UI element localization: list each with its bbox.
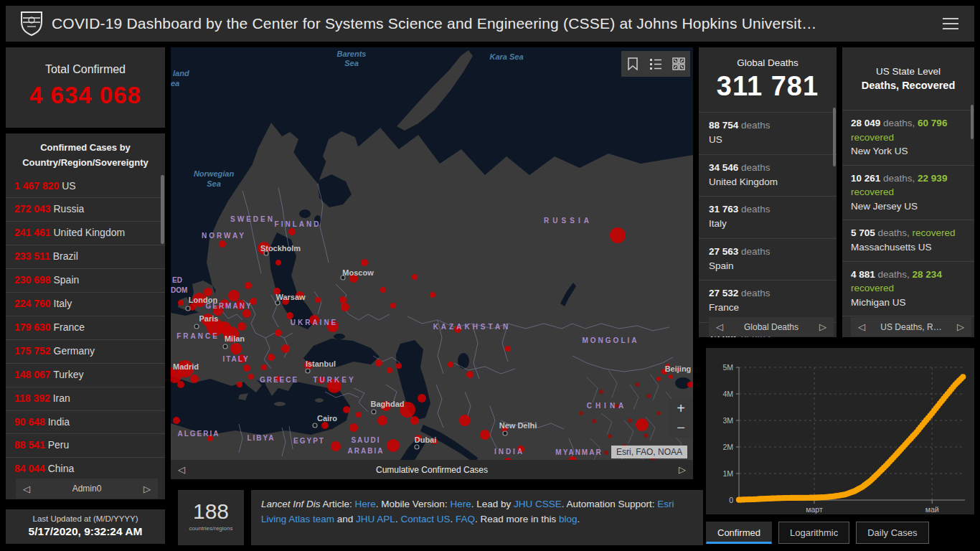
global-death-row[interactable]: 88 754 deathsUS	[699, 112, 837, 154]
hamburger-menu-icon[interactable]	[940, 11, 961, 36]
country-row[interactable]: 175 752 Germany	[6, 339, 165, 363]
pager-next-icon[interactable]: ▷	[136, 484, 158, 494]
pager-prev-icon[interactable]: ◁	[16, 484, 37, 494]
case-cluster-dot[interactable]	[361, 259, 368, 266]
world-map[interactable]: BarentsSeaKara SealandeaNorwegianSeaNORW…	[171, 47, 693, 479]
case-cluster-dot[interactable]	[268, 354, 275, 361]
case-cluster-dot[interactable]	[505, 346, 511, 352]
cumulative-cases-chart[interactable]: 01M2M3M4M5Mмартмай	[706, 348, 974, 514]
global-deaths-scrollbar[interactable]	[833, 108, 836, 166]
case-cluster-dot[interactable]	[375, 359, 382, 367]
link-blog[interactable]: blog	[559, 514, 578, 524]
country-row[interactable]: 272 043 Russia	[6, 197, 165, 221]
country-row[interactable]: 233 511 Brazil	[6, 245, 165, 268]
country-row[interactable]: 179 630 France	[6, 316, 165, 339]
case-cluster-dot[interactable]	[592, 419, 596, 423]
case-cluster-dot[interactable]	[177, 381, 184, 388]
case-cluster-dot[interactable]	[356, 412, 362, 418]
chart-tab-logarithmic[interactable]: Logarithmic	[778, 522, 849, 544]
link-here[interactable]: Here	[450, 499, 471, 509]
us-state-scrollbar[interactable]	[971, 105, 974, 139]
global-death-row[interactable]: 27 563 deathsSpain	[699, 238, 837, 281]
case-cluster-dot[interactable]	[230, 343, 242, 354]
us-state-row[interactable]: 5 705 deaths, recoveredMassachusetts US	[842, 220, 974, 260]
case-cluster-dot[interactable]	[387, 439, 400, 452]
pager-prev-icon[interactable]: ◁	[851, 321, 872, 332]
link-jhu-csse[interactable]: JHU CSSE	[514, 499, 562, 509]
country-list-scrollbar[interactable]	[161, 175, 164, 244]
bookmark-icon[interactable]	[621, 51, 644, 77]
case-cluster-dot[interactable]	[396, 363, 402, 369]
case-cluster-dot[interactable]	[480, 430, 490, 440]
case-cluster-dot[interactable]	[604, 451, 608, 455]
global-death-row[interactable]: 34 546 deathsUnited Kingdom	[699, 154, 837, 197]
case-cluster-dot[interactable]	[173, 417, 180, 424]
case-cluster-dot[interactable]	[349, 423, 358, 432]
country-row[interactable]: 90 648 India	[6, 410, 165, 434]
chart-data-point[interactable]	[960, 374, 966, 380]
case-cluster-dot[interactable]	[687, 382, 693, 387]
case-cluster-dot[interactable]	[331, 441, 341, 451]
country-row[interactable]: 224 760 Italy	[6, 292, 165, 316]
case-cluster-dot[interactable]	[656, 377, 661, 381]
case-cluster-dot[interactable]	[261, 364, 267, 370]
case-cluster-dot[interactable]	[669, 375, 673, 379]
case-cluster-dot[interactable]	[275, 260, 281, 265]
case-cluster-dot[interactable]	[610, 227, 626, 243]
case-cluster-dot[interactable]	[245, 282, 252, 289]
basemap-grid-icon[interactable]	[667, 51, 690, 77]
case-cluster-dot[interactable]	[190, 375, 199, 383]
case-cluster-dot[interactable]	[339, 296, 347, 303]
country-row[interactable]: 118 392 Iran	[6, 387, 165, 410]
case-cluster-dot[interactable]	[418, 394, 426, 402]
case-cluster-dot[interactable]	[237, 322, 246, 331]
map-attribution[interactable]: Esri, FAO, NOAA	[611, 446, 687, 458]
case-cluster-dot[interactable]	[608, 434, 612, 438]
case-cluster-dot[interactable]	[343, 406, 350, 413]
pager-next-icon[interactable]: ▷	[672, 464, 693, 475]
case-cluster-dot[interactable]	[275, 329, 282, 336]
link-here[interactable]: Here	[355, 499, 376, 509]
case-cluster-dot[interactable]	[248, 374, 254, 380]
pager-next-icon[interactable]: ▷	[812, 321, 834, 332]
pager-prev-icon[interactable]: ◁	[709, 321, 730, 332]
us-state-row[interactable]: 10 261 deaths, 22 939 recoveredNew Jerse…	[842, 165, 974, 220]
country-row[interactable]: 84 044 China	[6, 457, 165, 481]
case-cluster-dot[interactable]	[412, 274, 418, 280]
pager-prev-icon[interactable]: ◁	[171, 464, 192, 475]
case-cluster-dot[interactable]	[387, 367, 392, 373]
case-cluster-dot[interactable]	[315, 297, 321, 303]
case-cluster-dot[interactable]	[466, 371, 473, 378]
pager-next-icon[interactable]: ▷	[950, 321, 971, 332]
link-contact-us[interactable]: Contact US	[400, 514, 450, 524]
country-row[interactable]: 230 698 Spain	[6, 268, 165, 292]
chart-tab-daily-cases[interactable]: Daily Cases	[856, 522, 928, 544]
case-cluster-dot[interactable]	[228, 290, 240, 301]
case-cluster-dot[interactable]	[430, 292, 435, 298]
case-cluster-dot[interactable]	[321, 422, 329, 429]
case-cluster-dot[interactable]	[243, 364, 250, 372]
case-cluster-dot[interactable]	[390, 303, 396, 309]
case-cluster-dot[interactable]	[410, 416, 419, 425]
case-cluster-dot[interactable]	[636, 418, 649, 431]
case-cluster-dot[interactable]	[644, 433, 648, 438]
case-cluster-dot[interactable]	[646, 394, 651, 398]
global-death-row[interactable]: 27 532 deathsFrance	[699, 280, 837, 322]
link-faq[interactable]: FAQ	[456, 514, 475, 524]
case-cluster-dot[interactable]	[635, 382, 639, 387]
case-cluster-dot[interactable]	[178, 300, 184, 306]
case-cluster-dot[interactable]	[656, 411, 661, 415]
case-cluster-dot[interactable]	[281, 344, 290, 353]
link-jhu-apl[interactable]: JHU APL	[356, 514, 395, 524]
case-cluster-dot[interactable]	[628, 418, 632, 423]
chart-tab-confirmed[interactable]: Confirmed	[706, 522, 772, 544]
case-cluster-dot[interactable]	[377, 415, 387, 425]
case-cluster-dot[interactable]	[599, 390, 603, 394]
case-cluster-dot[interactable]	[579, 411, 583, 415]
case-cluster-dot[interactable]	[380, 287, 386, 293]
country-row[interactable]: 241 461 United Kingdom	[6, 221, 165, 245]
legend-list-icon[interactable]	[644, 51, 667, 77]
case-cluster-dot[interactable]	[288, 228, 296, 235]
case-cluster-dot[interactable]	[219, 240, 226, 248]
case-cluster-dot[interactable]	[242, 309, 251, 318]
